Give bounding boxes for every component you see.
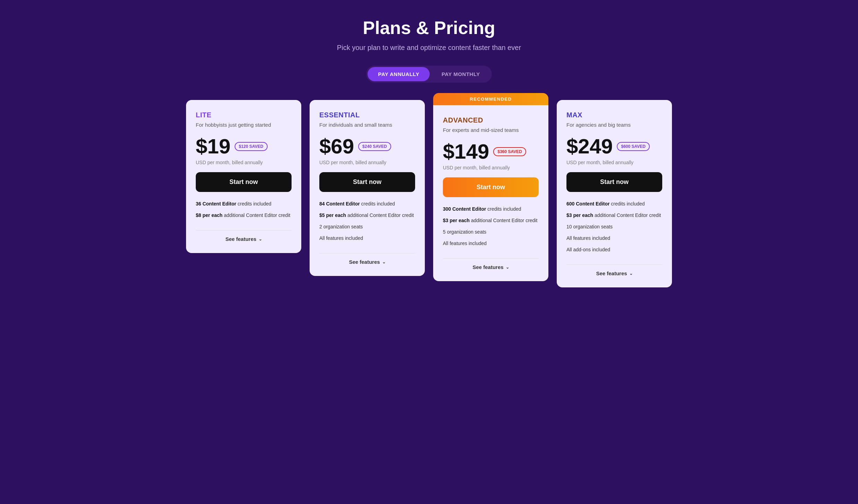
price-period-lite: USD per month, billed annually bbox=[196, 160, 292, 165]
features-list-advanced: 300 Content Editor credits included$3 pe… bbox=[443, 205, 539, 247]
plan-description-advanced: For experts and mid-sized teams bbox=[443, 127, 539, 133]
plan-name-advanced: ADVANCED bbox=[443, 116, 539, 124]
savings-badge-lite: $120 SAVED bbox=[235, 142, 267, 151]
price-row-max: $249$600 SAVED bbox=[566, 136, 662, 157]
feature-item: All features included bbox=[443, 240, 539, 247]
plan-card-advanced: ADVANCEDFor experts and mid-sized teams$… bbox=[433, 105, 548, 281]
plan-footer-lite: See features ⌄ bbox=[196, 230, 292, 242]
page-header: Plans & Pricing Pick your plan to write … bbox=[14, 17, 844, 52]
plan-wrapper-max: MAXFor agencies and big teams$249$600 SA… bbox=[557, 100, 672, 287]
price-row-essential: $69$240 SAVED bbox=[319, 136, 415, 157]
price-amount-advanced: $149 bbox=[443, 141, 489, 162]
feature-item: All features included bbox=[319, 235, 415, 242]
plans-grid: LITEFor hobbyists just getting started$1… bbox=[186, 100, 672, 287]
feature-item: All add-ons included bbox=[566, 246, 662, 253]
price-amount-essential: $69 bbox=[319, 136, 354, 157]
chevron-down-icon: ⌄ bbox=[259, 237, 262, 242]
feature-item: 300 Content Editor credits included bbox=[443, 205, 539, 213]
plan-wrapper-lite: LITEFor hobbyists just getting started$1… bbox=[186, 100, 301, 253]
see-features-button-lite[interactable]: See features ⌄ bbox=[225, 236, 262, 242]
plan-card-lite: LITEFor hobbyists just getting started$1… bbox=[186, 100, 301, 253]
page-container: Plans & Pricing Pick your plan to write … bbox=[14, 17, 844, 287]
features-list-lite: 36 Content Editor credits included$8 per… bbox=[196, 200, 292, 219]
price-amount-lite: $19 bbox=[196, 136, 230, 157]
plan-footer-essential: See features ⌄ bbox=[319, 253, 415, 265]
see-features-button-max[interactable]: See features ⌄ bbox=[596, 270, 632, 276]
feature-item: $3 per each additional Content Editor cr… bbox=[443, 217, 539, 224]
page-title: Plans & Pricing bbox=[14, 17, 844, 38]
see-features-button-essential[interactable]: See features ⌄ bbox=[349, 259, 385, 265]
plan-card-max: MAXFor agencies and big teams$249$600 SA… bbox=[557, 100, 672, 287]
chevron-down-icon: ⌄ bbox=[382, 260, 386, 264]
savings-badge-essential: $240 SAVED bbox=[358, 142, 391, 151]
recommended-badge: RECOMMENDED bbox=[433, 93, 548, 105]
plan-name-essential: ESSENTIAL bbox=[319, 111, 415, 119]
plan-card-essential: ESSENTIALFor individuals and small teams… bbox=[310, 100, 425, 276]
price-period-essential: USD per month, billed annually bbox=[319, 160, 415, 165]
cta-button-lite[interactable]: Start now bbox=[196, 172, 292, 192]
see-features-button-advanced[interactable]: See features ⌄ bbox=[472, 264, 509, 270]
chevron-down-icon: ⌄ bbox=[506, 265, 509, 270]
price-amount-max: $249 bbox=[566, 136, 613, 157]
cta-button-max[interactable]: Start now bbox=[566, 172, 662, 192]
pay-annually-button[interactable]: PAY ANNUALLY bbox=[368, 67, 430, 81]
feature-item: 5 organization seats bbox=[443, 228, 539, 236]
plan-wrapper-advanced: RECOMMENDEDADVANCEDFor experts and mid-s… bbox=[433, 93, 548, 281]
billing-switcher: PAY ANNUALLY PAY MONTHLY bbox=[366, 66, 491, 83]
plan-name-lite: LITE bbox=[196, 111, 292, 119]
feature-item: $8 per each additional Content Editor cr… bbox=[196, 212, 292, 219]
price-period-advanced: USD per month, billed annually bbox=[443, 165, 539, 170]
price-row-lite: $19$120 SAVED bbox=[196, 136, 292, 157]
plan-description-max: For agencies and big teams bbox=[566, 122, 662, 128]
plan-name-max: MAX bbox=[566, 111, 662, 119]
feature-item: All features included bbox=[566, 235, 662, 242]
feature-item: 2 organization seats bbox=[319, 223, 415, 230]
cta-button-essential[interactable]: Start now bbox=[319, 172, 415, 192]
feature-item: 600 Content Editor credits included bbox=[566, 200, 662, 208]
plan-description-lite: For hobbyists just getting started bbox=[196, 122, 292, 128]
feature-item: 84 Content Editor credits included bbox=[319, 200, 415, 208]
features-list-essential: 84 Content Editor credits included$5 per… bbox=[319, 200, 415, 242]
chevron-down-icon: ⌄ bbox=[629, 271, 633, 276]
plan-footer-max: See features ⌄ bbox=[566, 264, 662, 276]
plan-footer-advanced: See features ⌄ bbox=[443, 258, 539, 270]
cta-button-advanced[interactable]: Start now bbox=[443, 177, 539, 197]
feature-item: $3 per each additional Content Editor cr… bbox=[566, 212, 662, 219]
page-subtitle: Pick your plan to write and optimize con… bbox=[14, 44, 844, 52]
price-row-advanced: $149$360 SAVED bbox=[443, 141, 539, 162]
pay-monthly-button[interactable]: PAY MONTHLY bbox=[431, 67, 490, 81]
plan-description-essential: For individuals and small teams bbox=[319, 122, 415, 128]
feature-item: 10 organization seats bbox=[566, 223, 662, 230]
feature-item: $5 per each additional Content Editor cr… bbox=[319, 212, 415, 219]
billing-toggle: PAY ANNUALLY PAY MONTHLY bbox=[14, 66, 844, 83]
savings-badge-advanced: $360 SAVED bbox=[493, 147, 526, 156]
savings-badge-max: $600 SAVED bbox=[617, 142, 649, 151]
features-list-max: 600 Content Editor credits included$3 pe… bbox=[566, 200, 662, 253]
plan-wrapper-essential: ESSENTIALFor individuals and small teams… bbox=[310, 100, 425, 276]
feature-item: 36 Content Editor credits included bbox=[196, 200, 292, 208]
price-period-max: USD per month, billed annually bbox=[566, 160, 662, 165]
